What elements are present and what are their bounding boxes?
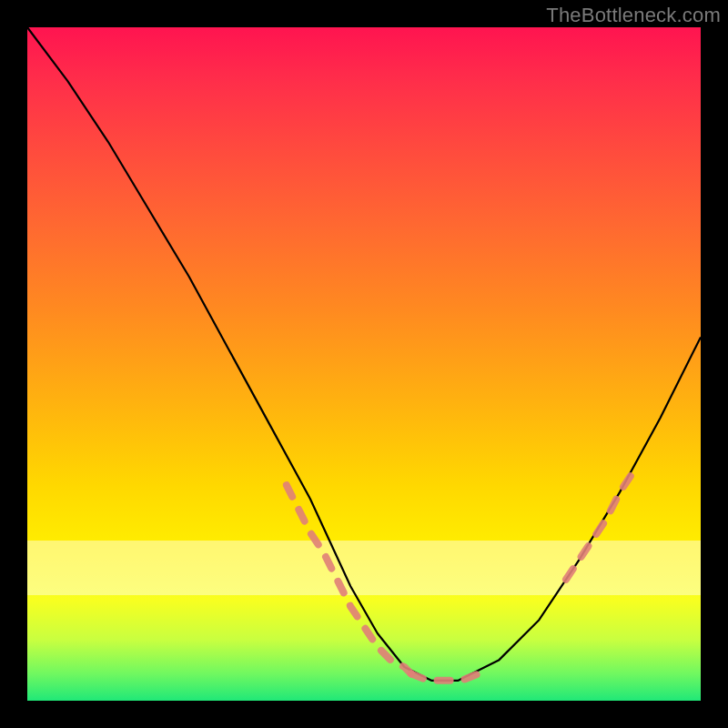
chart-frame: TheBottleneck.com: [0, 0, 728, 728]
chart-svg: [27, 27, 701, 701]
series-highlight-valley-flat: [411, 673, 479, 680]
plot-area: [27, 27, 701, 701]
series-main-curve: [27, 27, 701, 681]
watermark-text: TheBottleneck.com: [546, 4, 721, 27]
series-highlight-left-descent: [287, 485, 411, 673]
